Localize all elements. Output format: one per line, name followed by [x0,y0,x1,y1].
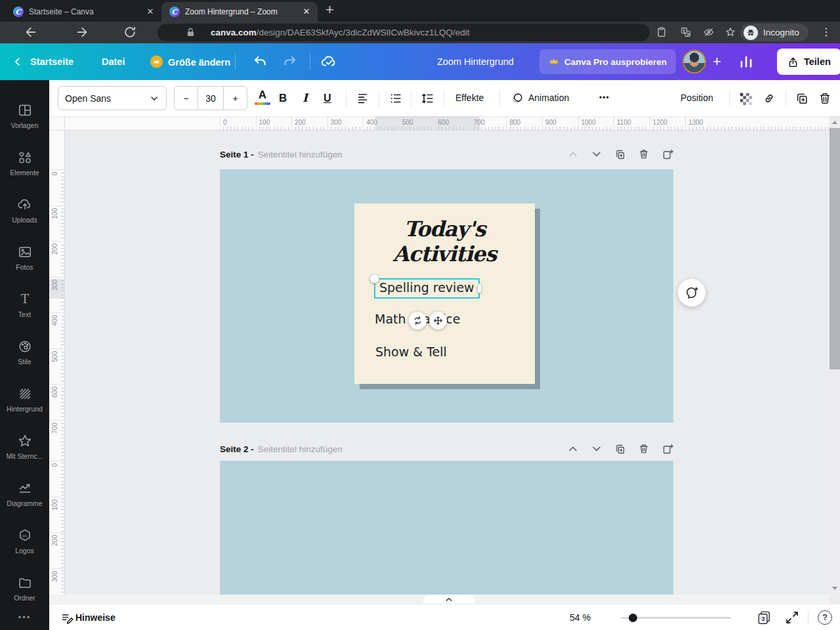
text-align-button[interactable] [356,91,371,106]
lock-icon[interactable] [185,27,196,38]
bullet-list-button[interactable] [388,91,403,106]
sidebar-item-stile[interactable]: Stile [0,328,49,375]
delete-button[interactable] [818,91,832,106]
browser-tab-2-active[interactable]: C Zoom Hintergrund – Zoom ✕ [161,2,318,22]
clipboard-icon[interactable] [656,26,667,38]
card-item-text[interactable]: Show & Tell [375,345,447,359]
activities-card[interactable]: Today's Activities Spelling review Math … [354,203,535,384]
duplicate-button[interactable] [795,91,809,106]
design-title[interactable]: Zoom Hintergrund [437,56,514,67]
animation-button[interactable]: Animation [528,80,569,116]
fullscreen-icon[interactable] [786,611,799,624]
browser-tab-1[interactable]: C Startseite – Canva ✕ [5,2,161,22]
page-count-button[interactable]: 3 [756,610,772,626]
animation-icon[interactable] [510,91,524,106]
text-color-button[interactable]: A [255,89,270,105]
resize-button[interactable]: Größe ändern [150,56,230,68]
duplicate-page-icon[interactable] [614,148,626,160]
redo-icon[interactable] [282,54,298,70]
help-button[interactable]: ? [818,610,832,625]
sidebar-item-fotos[interactable]: Fotos [0,234,49,281]
add-page-icon[interactable] [662,148,673,160]
canva-pro-button[interactable]: Canva Pro ausprobieren [539,49,676,74]
reload-icon[interactable] [123,26,136,39]
delete-page-icon[interactable] [638,443,650,455]
sidebar-item-elemente[interactable]: Elemente [0,139,49,186]
add-comment-button[interactable] [678,279,705,306]
url-text: canva.com/design/DAE63SkfAyc/3dicZdWSlIC… [211,28,469,37]
scroll-up-icon[interactable] [831,119,839,125]
tab-close-icon[interactable]: ✕ [144,6,156,18]
collapse-bottombar-tab[interactable] [423,595,474,604]
new-tab-button[interactable]: + [326,1,334,18]
page-title-placeholder[interactable]: Seitentitel hinzufügen [258,150,343,159]
bookmark-star-icon[interactable] [724,26,736,38]
move-page-down-icon[interactable] [591,148,602,160]
sidebar-more-button[interactable]: ••• [0,612,49,622]
avatar[interactable] [682,50,706,74]
back-icon[interactable] [24,26,37,39]
sidebar-item-mit-sternchen[interactable]: Mit Sternc... [0,423,49,470]
position-button[interactable]: Position [681,80,713,116]
translate-icon[interactable] [680,26,692,38]
selection-corner-handle[interactable] [369,274,379,284]
delete-page-icon[interactable] [638,148,650,160]
underline-button[interactable]: U [324,80,331,116]
cloud-saved-icon[interactable] [320,53,338,71]
insights-bars-icon[interactable] [738,53,755,70]
eye-off-icon[interactable] [703,26,715,38]
rotate-handle[interactable] [409,312,427,329]
move-handle[interactable] [429,312,447,329]
crown-icon [549,56,559,67]
zoom-slider-thumb[interactable] [629,614,637,622]
file-menu-button[interactable]: Datei [102,56,125,67]
more-options-button[interactable]: ••• [599,80,610,116]
sidebar-item-hintergrund[interactable]: Hintergrund [0,375,49,423]
share-button[interactable]: Teilen [777,49,840,75]
home-button[interactable]: Startseite [30,56,74,67]
page-title-placeholder[interactable]: Seitentitel hinzufügen [258,444,343,454]
font-family-select[interactable]: Open Sans [58,86,167,110]
invite-plus-button[interactable]: + [713,53,721,70]
page-2[interactable] [220,461,673,595]
transparency-button[interactable] [738,91,753,106]
browser-menu-icon[interactable] [820,26,832,38]
selected-text-box[interactable]: Spelling review [374,278,480,299]
effects-button[interactable]: Effekte [455,80,484,116]
move-page-up-icon[interactable] [567,443,579,455]
add-page-icon[interactable] [662,443,673,455]
sidebar-item-ordner[interactable]: Ordner [0,564,49,612]
bold-button[interactable]: B [279,80,287,116]
sidebar-item-logos[interactable]: co. Logos [0,517,49,564]
card-title[interactable]: Today's Activities [354,217,535,266]
notes-button[interactable]: Hinweise [75,604,116,630]
move-page-up-icon[interactable] [567,148,579,160]
undo-icon[interactable] [252,54,268,70]
selection-side-handle[interactable] [477,284,482,293]
link-button[interactable] [762,91,776,106]
page-1[interactable]: Today's Activities Spelling review Math … [220,169,673,423]
sidebar-item-text[interactable]: T Text [0,281,49,328]
back-chevron-icon[interactable] [13,56,22,67]
font-size-decrease[interactable]: − [175,87,198,110]
sidebar-item-vorlagen[interactable]: Vorlagen [0,92,49,139]
url-bar[interactable]: canva.com/design/DAE63SkfAyc/3dicZdWSlIC… [158,24,650,41]
ruler-tick [49,312,65,313]
move-page-down-icon[interactable] [591,443,602,455]
tab-close-icon[interactable]: ✕ [301,6,312,18]
zoom-slider[interactable] [621,617,731,619]
duplicate-page-icon[interactable] [614,443,626,455]
ruler-label: 0 [51,463,58,467]
ruler-label: 100 [259,116,270,129]
line-spacing-button[interactable] [421,91,435,106]
italic-button[interactable]: I [303,80,308,116]
scrollbar-thumb[interactable] [830,128,840,369]
font-size-increase[interactable]: + [224,87,247,110]
forward-icon[interactable] [76,26,89,39]
sidebar-item-uploads[interactable]: Uploads [0,186,49,234]
sidebar-item-diagramme[interactable]: Diagramme [0,470,49,517]
vertical-scrollbar[interactable] [830,116,840,595]
scroll-down-icon[interactable] [831,585,839,592]
card-item-text[interactable]: Spelling review [379,280,474,295]
font-size-value[interactable]: 30 [198,87,224,110]
